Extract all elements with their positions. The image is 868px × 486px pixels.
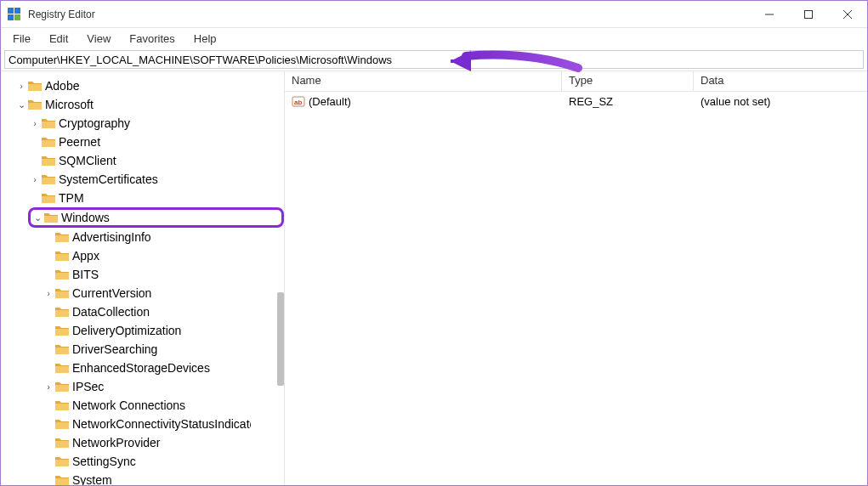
value-name: (Default) [309,95,351,108]
tree-item-driversearching[interactable]: DriverSearching [1,340,284,359]
chevron-right-icon[interactable]: › [42,381,55,392]
chevron-right-icon[interactable]: › [28,118,42,128]
tree-label: Network Connections [72,398,185,412]
tree-label: DataCollection [72,305,150,319]
folder-icon [55,343,69,355]
minimize-button[interactable] [750,1,789,28]
list-pane: Name Type Data ab (Default) REG_SZ (valu… [285,71,867,485]
tree-label: System [72,473,112,485]
tree-label: SystemCertificates [59,172,158,186]
tree-item-advertisinginfo[interactable]: AdvertisingInfo [1,228,284,246]
tree-item-currentversion[interactable]: › CurrentVersion [1,284,284,302]
menu-view[interactable]: View [78,31,119,47]
folder-icon [55,437,69,449]
svg-rect-0 [8,8,14,14]
tree-item-networkprovider[interactable]: NetworkProvider [1,433,284,452]
menu-edit[interactable]: Edit [41,31,77,47]
tree-label: SettingSync [72,455,136,468]
tree-item-networkconnectivitystatusindicator[interactable]: NetworkConnectivityStatusIndicator [1,415,284,433]
tree-item-windows-selected[interactable]: ⌄ Windows [28,207,284,228]
chevron-right-icon[interactable]: › [42,288,55,298]
tree-label: DriverSearching [72,342,157,356]
menu-help[interactable]: Help [185,31,225,47]
folder-icon [42,136,55,148]
tree-item-networkconnections[interactable]: Network Connections [1,396,284,415]
close-button[interactable] [828,1,867,28]
column-header-data[interactable]: Data [694,71,867,91]
tree-label: NetworkProvider [72,436,160,449]
svg-rect-2 [8,14,14,20]
folder-icon [28,80,42,92]
folder-icon [55,287,69,299]
tree-item-cryptography[interactable]: › Cryptography [1,114,284,133]
tree-label: Appx [72,249,99,263]
chevron-right-icon[interactable]: › [28,174,42,184]
menubar: File Edit View Favorites Help [1,28,867,48]
tree-scrollbar[interactable] [277,292,284,386]
folder-icon [55,381,69,393]
tree-pane[interactable]: › Adobe ⌄ Microsoft › Cryptography Peern… [1,71,285,485]
menu-favorites[interactable]: Favorites [121,31,183,47]
list-header: Name Type Data [285,71,867,92]
tree-item-sqmclient[interactable]: SQMClient [1,151,284,170]
tree-item-microsoft[interactable]: ⌄ Microsoft [1,95,284,114]
folder-icon [55,362,69,374]
tree-label: EnhancedStorageDevices [72,361,210,375]
svg-text:ab: ab [294,99,302,106]
tree-item-systemcertificates[interactable]: › SystemCertificates [1,170,284,189]
folder-icon [55,399,69,411]
string-value-icon: ab [292,94,305,108]
tree-label: BITS [72,268,99,281]
tree-label: Peernet [59,135,100,149]
tree-item-peernet[interactable]: Peernet [1,133,284,151]
folder-icon [55,325,69,336]
address-text: Computer\HKEY_LOCAL_MACHINE\SOFTWARE\Pol… [9,54,392,66]
tree-label: SQMClient [59,154,116,167]
tree-label: NetworkConnectivityStatusIndicator [72,417,251,431]
tree-item-settingsync[interactable]: SettingSync [1,452,284,471]
tree-item-system[interactable]: System [1,471,284,485]
tree-item-deliveryoptimization[interactable]: DeliveryOptimization [1,321,284,340]
content-area: › Adobe ⌄ Microsoft › Cryptography Peern… [1,71,867,485]
chevron-down-icon[interactable]: ⌄ [31,212,44,223]
tree-item-adobe[interactable]: › Adobe [1,76,284,95]
window-controls [750,1,867,28]
folder-icon [55,306,69,318]
folder-icon [42,192,55,204]
folder-icon [55,418,69,430]
folder-icon [44,212,58,223]
chevron-right-icon[interactable]: › [14,81,28,91]
address-bar[interactable]: Computer\HKEY_LOCAL_MACHINE\SOFTWARE\Pol… [4,50,864,69]
tree-label: IPSec [72,380,104,393]
folder-icon [28,99,42,110]
tree-item-ipsec[interactable]: › IPSec [1,377,284,396]
svg-rect-5 [805,10,813,18]
window-title: Registry Editor [28,8,95,20]
tree-label: DeliveryOptimization [72,324,181,337]
folder-icon [42,117,55,129]
titlebar: Registry Editor [1,1,867,28]
tree-item-datacollection[interactable]: DataCollection [1,302,284,321]
tree-item-bits[interactable]: BITS [1,265,284,284]
list-row[interactable]: ab (Default) REG_SZ (value not set) [285,92,867,110]
folder-icon [42,155,55,167]
menu-file[interactable]: File [4,31,39,47]
value-data: (value not set) [694,95,867,108]
folder-icon [55,250,69,262]
tree-label: TPM [59,191,84,205]
tree-item-appx[interactable]: Appx [1,246,284,265]
tree-label: Cryptography [59,116,130,130]
folder-icon [55,455,69,467]
tree-label: Adobe [45,79,79,93]
svg-rect-1 [14,8,20,14]
tree-item-enhancedstoragedevices[interactable]: EnhancedStorageDevices [1,359,284,377]
tree-label: CurrentVersion [72,286,151,300]
column-header-name[interactable]: Name [285,71,562,91]
folder-icon [42,173,55,185]
value-type: REG_SZ [562,95,694,108]
chevron-down-icon[interactable]: ⌄ [14,99,28,110]
column-header-type[interactable]: Type [562,71,694,91]
tree-item-tpm[interactable]: TPM [1,189,284,207]
maximize-button[interactable] [789,1,828,28]
tree-label: Microsoft [45,98,94,111]
